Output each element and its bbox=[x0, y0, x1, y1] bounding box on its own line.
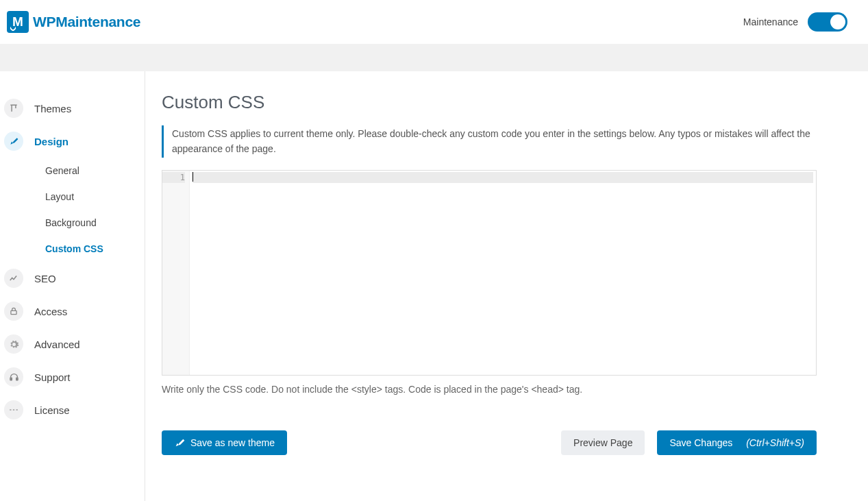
logo-maintenance: Maintenance bbox=[55, 14, 140, 29]
brush-icon bbox=[4, 132, 23, 151]
lock-icon bbox=[4, 302, 23, 321]
sidebar-item-label: Design bbox=[34, 136, 69, 147]
header-spacer bbox=[0, 44, 868, 71]
sidebar-item-label: Support bbox=[34, 371, 71, 383]
line-number: 1 bbox=[162, 172, 185, 183]
button-label: Save as new theme bbox=[190, 437, 275, 448]
helper-text: Write only the CSS code. Do not include … bbox=[162, 384, 817, 395]
save-changes-button[interactable]: Save Changes (Ctrl+Shift+S) bbox=[657, 430, 817, 455]
preview-page-button[interactable]: Preview Page bbox=[561, 430, 645, 455]
button-label: Save Changes bbox=[669, 437, 732, 448]
sidebar-item-themes[interactable]: Themes bbox=[0, 92, 145, 125]
save-as-new-theme-button[interactable]: Save as new theme bbox=[162, 430, 287, 455]
logo-text: WPMaintenance bbox=[33, 14, 140, 30]
themes-icon bbox=[4, 99, 23, 118]
notice-box: Custom CSS applies to current theme only… bbox=[162, 125, 817, 158]
sidebar-item-design[interactable]: Design bbox=[0, 125, 145, 158]
svg-rect-2 bbox=[16, 378, 18, 380]
code-area[interactable] bbox=[190, 171, 816, 375]
gear-icon bbox=[4, 334, 23, 354]
css-editor[interactable]: 1 bbox=[162, 170, 817, 376]
header-right: Maintenance bbox=[743, 12, 847, 32]
main-layout: Themes Design General Layout Background … bbox=[0, 71, 868, 501]
page-title: Custom CSS bbox=[162, 92, 817, 113]
subnav-background[interactable]: Background bbox=[45, 210, 145, 236]
subnav-layout[interactable]: Layout bbox=[45, 184, 145, 210]
sidebar-item-license[interactable]: License bbox=[0, 393, 145, 426]
content-area: Custom CSS Custom CSS applies to current… bbox=[145, 71, 868, 501]
button-label: Preview Page bbox=[573, 437, 632, 448]
logo-mark-icon: M bbox=[7, 11, 29, 33]
brush-icon bbox=[174, 437, 185, 448]
sidebar-item-label: Access bbox=[34, 306, 67, 317]
sidebar-item-label: Themes bbox=[34, 103, 71, 114]
brand-logo: M WPMaintenance bbox=[7, 11, 140, 33]
chart-icon bbox=[4, 269, 23, 288]
headset-icon bbox=[4, 367, 23, 387]
save-shortcut: (Ctrl+Shift+S) bbox=[746, 437, 804, 448]
sidebar-item-access[interactable]: Access bbox=[0, 295, 145, 328]
logo-wp: WP bbox=[33, 14, 55, 29]
editor-gutter: 1 bbox=[162, 171, 190, 375]
cursor-icon bbox=[193, 172, 193, 182]
key-icon bbox=[4, 400, 23, 419]
svg-rect-1 bbox=[10, 378, 12, 380]
sidebar-item-label: SEO bbox=[34, 273, 56, 284]
maintenance-toggle[interactable] bbox=[808, 12, 847, 32]
top-bar: M WPMaintenance Maintenance bbox=[0, 0, 868, 44]
svg-rect-0 bbox=[11, 310, 16, 314]
sidebar-item-support[interactable]: Support bbox=[0, 361, 145, 393]
maintenance-toggle-label: Maintenance bbox=[743, 16, 798, 27]
subnav-custom-css[interactable]: Custom CSS bbox=[45, 236, 145, 262]
sidebar-item-label: Advanced bbox=[34, 339, 80, 350]
sidebar-item-seo[interactable]: SEO bbox=[0, 262, 145, 295]
actions-right: Preview Page Save Changes (Ctrl+Shift+S) bbox=[561, 430, 817, 455]
sidebar: Themes Design General Layout Background … bbox=[0, 71, 145, 501]
sidebar-item-advanced[interactable]: Advanced bbox=[0, 328, 145, 361]
design-submenu: General Layout Background Custom CSS bbox=[0, 158, 145, 262]
subnav-general[interactable]: General bbox=[45, 158, 145, 184]
action-bar: Save as new theme Preview Page Save Chan… bbox=[162, 430, 817, 455]
sidebar-item-label: License bbox=[34, 404, 70, 416]
